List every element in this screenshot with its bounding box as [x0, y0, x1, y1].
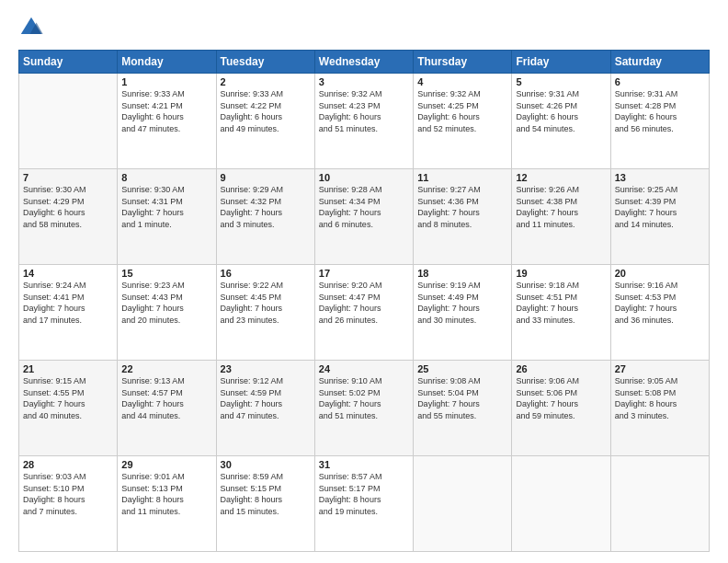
- day-header-saturday: Saturday: [610, 51, 709, 74]
- day-number: 19: [516, 268, 606, 279]
- day-info: Sunrise: 9:12 AM Sunset: 4:59 PM Dayligh…: [221, 375, 311, 421]
- day-info: Sunrise: 9:30 AM Sunset: 4:29 PM Dayligh…: [23, 184, 113, 230]
- calendar-cell: [414, 456, 512, 552]
- calendar-cell: 30Sunrise: 8:59 AM Sunset: 5:15 PM Dayli…: [216, 456, 314, 552]
- day-info: Sunrise: 9:31 AM Sunset: 4:28 PM Dayligh…: [615, 88, 705, 134]
- day-info: Sunrise: 9:33 AM Sunset: 4:22 PM Dayligh…: [221, 88, 311, 134]
- calendar-cell: 26Sunrise: 9:06 AM Sunset: 5:06 PM Dayli…: [512, 361, 610, 456]
- day-number: 26: [516, 363, 606, 374]
- day-number: 10: [319, 172, 409, 183]
- calendar-cell: 10Sunrise: 9:28 AM Sunset: 4:34 PM Dayli…: [314, 169, 413, 265]
- day-info: Sunrise: 9:19 AM Sunset: 4:49 PM Dayligh…: [417, 280, 507, 326]
- calendar-cell: [19, 74, 118, 169]
- calendar-cell: 29Sunrise: 9:01 AM Sunset: 5:13 PM Dayli…: [118, 456, 216, 552]
- day-header-thursday: Thursday: [414, 51, 512, 74]
- day-number: 29: [121, 459, 211, 470]
- calendar-cell: 1Sunrise: 9:33 AM Sunset: 4:21 PM Daylig…: [118, 74, 216, 169]
- calendar-cell: 24Sunrise: 9:10 AM Sunset: 5:02 PM Dayli…: [314, 361, 413, 456]
- calendar-row-4: 21Sunrise: 9:15 AM Sunset: 4:55 PM Dayli…: [19, 361, 710, 456]
- page: SundayMondayTuesdayWednesdayThursdayFrid…: [0, 0, 728, 563]
- header: [18, 15, 710, 40]
- day-number: 18: [417, 268, 507, 279]
- day-info: Sunrise: 9:25 AM Sunset: 4:39 PM Dayligh…: [615, 184, 705, 230]
- day-number: 11: [417, 172, 507, 183]
- day-number: 3: [319, 76, 409, 87]
- day-number: 27: [615, 363, 705, 374]
- calendar-cell: 23Sunrise: 9:12 AM Sunset: 4:59 PM Dayli…: [216, 361, 314, 456]
- day-number: 17: [319, 268, 409, 279]
- calendar-cell: 13Sunrise: 9:25 AM Sunset: 4:39 PM Dayli…: [610, 169, 709, 265]
- calendar-cell: 22Sunrise: 9:13 AM Sunset: 4:57 PM Dayli…: [118, 361, 216, 456]
- day-info: Sunrise: 9:18 AM Sunset: 4:51 PM Dayligh…: [516, 280, 606, 326]
- day-info: Sunrise: 9:10 AM Sunset: 5:02 PM Dayligh…: [319, 375, 409, 421]
- calendar-cell: [610, 456, 709, 552]
- calendar-cell: 5Sunrise: 9:31 AM Sunset: 4:26 PM Daylig…: [512, 74, 610, 169]
- day-number: 25: [417, 363, 507, 374]
- calendar-cell: 20Sunrise: 9:16 AM Sunset: 4:53 PM Dayli…: [610, 265, 709, 361]
- calendar-cell: 31Sunrise: 8:57 AM Sunset: 5:17 PM Dayli…: [314, 456, 413, 552]
- calendar-cell: 2Sunrise: 9:33 AM Sunset: 4:22 PM Daylig…: [216, 74, 314, 169]
- day-info: Sunrise: 8:59 AM Sunset: 5:15 PM Dayligh…: [221, 471, 311, 517]
- day-number: 4: [417, 76, 507, 87]
- day-number: 24: [319, 363, 409, 374]
- calendar-cell: 15Sunrise: 9:23 AM Sunset: 4:43 PM Dayli…: [118, 265, 216, 361]
- day-info: Sunrise: 9:01 AM Sunset: 5:13 PM Dayligh…: [121, 471, 211, 517]
- day-info: Sunrise: 9:26 AM Sunset: 4:38 PM Dayligh…: [516, 184, 606, 230]
- day-number: 16: [221, 268, 311, 279]
- day-info: Sunrise: 9:27 AM Sunset: 4:36 PM Dayligh…: [417, 184, 507, 230]
- day-number: 30: [221, 459, 311, 470]
- day-number: 15: [121, 268, 211, 279]
- day-number: 14: [23, 268, 113, 279]
- calendar-table: SundayMondayTuesdayWednesdayThursdayFrid…: [18, 50, 710, 552]
- day-header-friday: Friday: [512, 51, 610, 74]
- day-info: Sunrise: 9:23 AM Sunset: 4:43 PM Dayligh…: [121, 280, 211, 326]
- calendar-cell: 19Sunrise: 9:18 AM Sunset: 4:51 PM Dayli…: [512, 265, 610, 361]
- calendar-cell: 7Sunrise: 9:30 AM Sunset: 4:29 PM Daylig…: [19, 169, 118, 265]
- day-info: Sunrise: 9:06 AM Sunset: 5:06 PM Dayligh…: [516, 375, 606, 421]
- calendar-cell: 4Sunrise: 9:32 AM Sunset: 4:25 PM Daylig…: [414, 74, 512, 169]
- day-number: 22: [121, 363, 211, 374]
- calendar-cell: [512, 456, 610, 552]
- header-row: SundayMondayTuesdayWednesdayThursdayFrid…: [19, 51, 710, 74]
- calendar-cell: 25Sunrise: 9:08 AM Sunset: 5:04 PM Dayli…: [414, 361, 512, 456]
- day-number: 13: [615, 172, 705, 183]
- day-number: 9: [221, 172, 311, 183]
- calendar-row-3: 14Sunrise: 9:24 AM Sunset: 4:41 PM Dayli…: [19, 265, 710, 361]
- day-header-tuesday: Tuesday: [216, 51, 314, 74]
- day-number: 12: [516, 172, 606, 183]
- calendar-row-5: 28Sunrise: 9:03 AM Sunset: 5:10 PM Dayli…: [19, 456, 710, 552]
- day-number: 21: [23, 363, 113, 374]
- day-header-monday: Monday: [118, 51, 216, 74]
- calendar-cell: 8Sunrise: 9:30 AM Sunset: 4:31 PM Daylig…: [118, 169, 216, 265]
- calendar-cell: 18Sunrise: 9:19 AM Sunset: 4:49 PM Dayli…: [414, 265, 512, 361]
- day-info: Sunrise: 9:15 AM Sunset: 4:55 PM Dayligh…: [23, 375, 113, 421]
- calendar-cell: 16Sunrise: 9:22 AM Sunset: 4:45 PM Dayli…: [216, 265, 314, 361]
- day-number: 20: [615, 268, 705, 279]
- day-info: Sunrise: 9:16 AM Sunset: 4:53 PM Dayligh…: [615, 280, 705, 326]
- day-info: Sunrise: 9:29 AM Sunset: 4:32 PM Dayligh…: [221, 184, 311, 230]
- logo: [18, 15, 48, 40]
- day-info: Sunrise: 9:28 AM Sunset: 4:34 PM Dayligh…: [319, 184, 409, 230]
- day-number: 8: [121, 172, 211, 183]
- day-info: Sunrise: 9:05 AM Sunset: 5:08 PM Dayligh…: [615, 375, 705, 421]
- day-info: Sunrise: 9:20 AM Sunset: 4:47 PM Dayligh…: [319, 280, 409, 326]
- day-info: Sunrise: 9:31 AM Sunset: 4:26 PM Dayligh…: [516, 88, 606, 134]
- logo-icon: [18, 15, 44, 40]
- day-info: Sunrise: 9:32 AM Sunset: 4:23 PM Dayligh…: [319, 88, 409, 134]
- calendar-cell: 14Sunrise: 9:24 AM Sunset: 4:41 PM Dayli…: [19, 265, 118, 361]
- calendar-cell: 17Sunrise: 9:20 AM Sunset: 4:47 PM Dayli…: [314, 265, 413, 361]
- day-number: 2: [221, 76, 311, 87]
- day-number: 5: [516, 76, 606, 87]
- day-number: 23: [221, 363, 311, 374]
- day-number: 31: [319, 459, 409, 470]
- day-number: 1: [121, 76, 211, 87]
- day-info: Sunrise: 9:13 AM Sunset: 4:57 PM Dayligh…: [121, 375, 211, 421]
- calendar-row-1: 1Sunrise: 9:33 AM Sunset: 4:21 PM Daylig…: [19, 74, 710, 169]
- day-info: Sunrise: 9:30 AM Sunset: 4:31 PM Dayligh…: [121, 184, 211, 230]
- calendar-cell: 3Sunrise: 9:32 AM Sunset: 4:23 PM Daylig…: [314, 74, 413, 169]
- calendar-cell: 21Sunrise: 9:15 AM Sunset: 4:55 PM Dayli…: [19, 361, 118, 456]
- calendar-cell: 12Sunrise: 9:26 AM Sunset: 4:38 PM Dayli…: [512, 169, 610, 265]
- day-number: 6: [615, 76, 705, 87]
- calendar-cell: 27Sunrise: 9:05 AM Sunset: 5:08 PM Dayli…: [610, 361, 709, 456]
- calendar-cell: 9Sunrise: 9:29 AM Sunset: 4:32 PM Daylig…: [216, 169, 314, 265]
